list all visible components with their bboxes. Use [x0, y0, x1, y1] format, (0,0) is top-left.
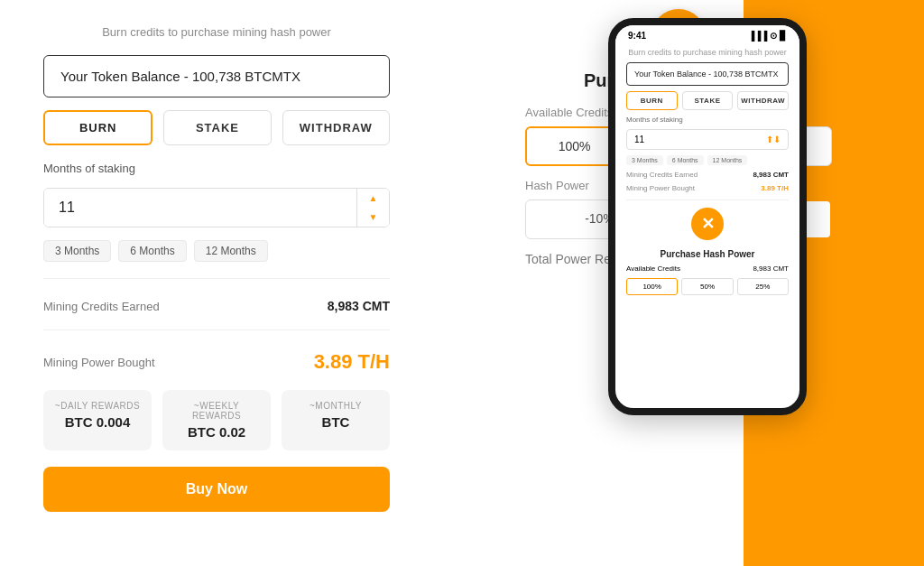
weekly-reward-card: ~WEEKLY REWARDS BTC 0.02: [162, 390, 271, 450]
phone-months-value: 11: [634, 135, 644, 144]
phone-divider: [626, 199, 789, 200]
months-input-wrapper: ▲ ▼: [43, 188, 390, 227]
mining-power-label: Mining Power Bought: [43, 356, 155, 369]
rewards-row: ~DAILY REWARDS BTC 0.004 ~WEEKLY REWARDS…: [43, 390, 390, 450]
token-balance-display: Your Token Balance - 100,738 BTCMTX: [43, 55, 390, 97]
stake-button[interactable]: STAKE: [163, 110, 271, 145]
phone-mining-power: Mining Power Bought 3.89 T/H: [626, 184, 789, 192]
phone-available-label: Available Credits: [626, 264, 680, 273]
phone-credit-buttons: 100% 50% 25%: [626, 278, 789, 295]
daily-reward-value: BTC 0.004: [52, 414, 143, 430]
mining-power-row: Mining Power Bought 3.89 T/H: [43, 350, 390, 374]
phone-credit-100[interactable]: 100%: [626, 278, 678, 295]
chip-12-months[interactable]: 12 Months: [194, 240, 268, 262]
phone-credit-25[interactable]: 25%: [737, 278, 789, 295]
phone-available-value: 8,983 CMT: [753, 264, 789, 273]
phone-mining-credits: Mining Credits Earned 8,983 CMT: [626, 171, 789, 179]
phone-content: Burn credits to purchase mining hash pow…: [615, 42, 799, 408]
weekly-reward-title: ~WEEKLY REWARDS: [171, 401, 262, 421]
phone-chip-6[interactable]: 6 Months: [667, 155, 704, 165]
mining-credits-row: Mining Credits Earned 8,983 CMT: [43, 299, 390, 313]
spinner-up-button[interactable]: ▲: [357, 189, 389, 208]
subtitle: Burn credits to purchase mining hash pow…: [43, 25, 390, 39]
phone-close-icon: ✕: [701, 214, 715, 234]
phone-token-balance: Your Token Balance - 100,738 BTCMTX: [626, 62, 789, 86]
divider-1: [43, 278, 390, 279]
phone-spinner-icon: ⬆⬇: [766, 135, 781, 144]
phone-months-input: 11 ⬆⬇: [626, 129, 789, 150]
weekly-reward-value: BTC 0.02: [171, 424, 262, 440]
monthly-reward-value: BTC: [291, 414, 381, 430]
right-panel: ✕ Purchase Hash Power Available Credits …: [433, 0, 924, 566]
months-of-staking-label: Months of staking: [43, 162, 390, 175]
mining-credits-value: 8,983 CMT: [328, 299, 390, 313]
phone-burn-button[interactable]: BURN: [626, 91, 678, 110]
phone-close-circle: ✕: [691, 208, 724, 240]
mining-credits-label: Mining Credits Earned: [43, 300, 160, 313]
phone-available-row: Available Credits 8,983 CMT: [626, 264, 789, 273]
daily-reward-title: ~DAILY REWARDS: [52, 401, 143, 411]
mining-power-value: 3.89 T/H: [314, 350, 390, 374]
monthly-reward-title: ~MONTHLY: [291, 401, 381, 411]
action-buttons-group: BURN STAKE WITHDRAW: [43, 110, 390, 145]
chip-6-months[interactable]: 6 Months: [118, 240, 186, 262]
daily-reward-card: ~DAILY REWARDS BTC 0.004: [43, 390, 152, 450]
divider-2: [43, 329, 390, 330]
phone-mockup: 9:41 ▐▐▐ ⊙ ▊ Burn credits to purchase mi…: [608, 18, 807, 415]
phone-subtitle: Burn credits to purchase mining hash pow…: [626, 48, 789, 57]
phone-months-label: Months of staking: [626, 116, 789, 124]
phone-chip-12[interactable]: 12 Months: [707, 155, 748, 165]
buy-now-button[interactable]: Buy Now: [43, 467, 390, 512]
burn-button[interactable]: BURN: [43, 110, 152, 145]
phone-time: 9:41: [628, 31, 646, 41]
phone-months-chips: 3 Months 6 Months 12 Months: [626, 155, 789, 165]
phone-credit-50[interactable]: 50%: [681, 278, 733, 295]
spinner-buttons: ▲ ▼: [356, 189, 389, 227]
phone-status-bar: 9:41 ▐▐▐ ⊙ ▊: [615, 25, 799, 42]
phone-withdraw-button[interactable]: WITHDRAW: [737, 91, 789, 110]
spinner-down-button[interactable]: ▼: [357, 208, 389, 227]
left-panel: Burn credits to purchase mining hash pow…: [0, 0, 433, 566]
phone-mining-credits-value: 8,983 CMT: [753, 171, 789, 179]
phone-purchase-title: Purchase Hash Power: [626, 249, 789, 259]
phone-frame: 9:41 ▐▐▐ ⊙ ▊ Burn credits to purchase mi…: [608, 18, 807, 415]
phone-signal-icons: ▐▐▐ ⊙ ▊: [748, 31, 787, 41]
phone-mining-credits-label: Mining Credits Earned: [626, 171, 698, 179]
months-input[interactable]: [44, 189, 389, 227]
phone-stake-button[interactable]: STAKE: [682, 91, 734, 110]
phone-mining-power-value: 3.89 T/H: [761, 184, 789, 192]
withdraw-button[interactable]: WITHDRAW: [282, 110, 390, 145]
chip-3-months[interactable]: 3 Months: [43, 240, 111, 262]
monthly-reward-card: ~MONTHLY BTC: [282, 390, 390, 450]
phone-action-buttons: BURN STAKE WITHDRAW: [626, 91, 789, 110]
phone-mining-power-label: Mining Power Bought: [626, 184, 695, 192]
phone-chip-3[interactable]: 3 Months: [626, 155, 663, 165]
months-chips-group: 3 Months 6 Months 12 Months: [43, 240, 390, 262]
